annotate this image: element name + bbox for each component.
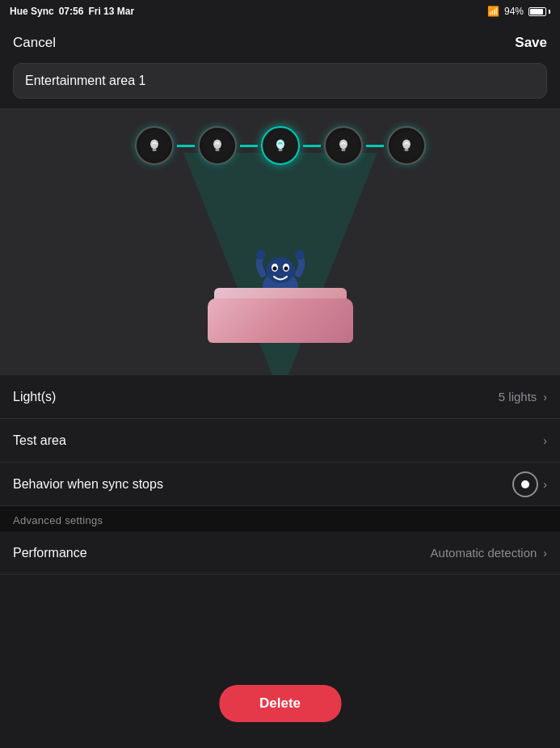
chevron-right-icon-test: › xyxy=(543,434,547,447)
performance-label: Performance xyxy=(13,546,87,560)
svg-point-16 xyxy=(272,267,276,271)
delete-section: Delete xyxy=(219,685,341,722)
light-connector-1 xyxy=(177,145,195,147)
entertainment-area-viz xyxy=(0,108,560,375)
advanced-settings-header: Advanced settings xyxy=(0,506,560,531)
chevron-right-icon-perf: › xyxy=(543,547,547,560)
behavior-toggle-circle[interactable] xyxy=(512,471,538,497)
area-name-input[interactable] xyxy=(13,63,547,99)
battery-percent: 94% xyxy=(504,6,524,17)
svg-point-12 xyxy=(256,250,266,260)
svg-point-2 xyxy=(213,140,221,150)
toggle-dot xyxy=(521,480,529,488)
light-icon-1[interactable] xyxy=(135,126,174,165)
svg-point-17 xyxy=(284,267,288,271)
date-label: Fri 13 Mar xyxy=(88,6,134,17)
light-connector-3 xyxy=(303,145,321,147)
svg-point-4 xyxy=(276,140,284,150)
performance-row[interactable]: Performance Automatic detection › xyxy=(0,531,560,575)
performance-value-group: Automatic detection › xyxy=(431,546,547,560)
hue-sync-label: Hue Sync xyxy=(10,6,54,17)
lights-row xyxy=(135,126,426,165)
svg-point-8 xyxy=(402,140,411,150)
input-section xyxy=(0,63,560,108)
performance-value: Automatic detection xyxy=(431,546,537,560)
battery-icon xyxy=(528,7,550,16)
status-left: Hue Sync 07:56 Fri 13 Mar xyxy=(10,6,134,17)
status-right: 📶 94% xyxy=(487,6,550,17)
chevron-right-icon: › xyxy=(543,391,547,404)
delete-button[interactable]: Delete xyxy=(219,685,341,722)
save-button[interactable]: Save xyxy=(515,35,547,51)
lights-label: Light(s) xyxy=(13,390,56,404)
light-icon-4[interactable] xyxy=(324,126,363,165)
light-icon-5[interactable] xyxy=(387,126,426,165)
nav-bar: Cancel Save xyxy=(0,23,560,63)
behavior-value-group: › xyxy=(512,471,547,497)
svg-point-13 xyxy=(295,250,305,260)
sofa-base xyxy=(208,298,353,343)
test-area-row[interactable]: Test area › xyxy=(0,419,560,463)
svg-point-0 xyxy=(150,140,158,150)
behavior-label: Behavior when sync stops xyxy=(13,477,163,492)
time-label: 07:56 xyxy=(59,6,84,17)
test-area-chevron-group: › xyxy=(543,434,547,447)
svg-rect-5 xyxy=(278,149,282,150)
chevron-right-icon-behavior: › xyxy=(543,478,547,491)
light-connector-2 xyxy=(240,145,258,147)
lights-count: 5 lights xyxy=(499,390,537,404)
lights-value-group: 5 lights › xyxy=(499,390,547,404)
lights-settings-row[interactable]: Light(s) 5 lights › xyxy=(0,375,560,419)
sofa-area xyxy=(208,282,353,343)
wifi-icon: 📶 xyxy=(487,6,499,17)
light-connector-4 xyxy=(366,145,384,147)
test-area-label: Test area xyxy=(13,433,66,448)
svg-rect-3 xyxy=(215,149,219,150)
light-icon-3[interactable] xyxy=(261,126,300,165)
settings-section: Light(s) 5 lights › Test area › Behavior… xyxy=(0,375,560,575)
svg-point-6 xyxy=(339,140,347,150)
svg-rect-7 xyxy=(341,149,345,150)
cancel-button[interactable]: Cancel xyxy=(13,35,56,51)
behavior-row[interactable]: Behavior when sync stops › xyxy=(0,463,560,506)
light-icon-2[interactable] xyxy=(198,126,237,165)
svg-rect-9 xyxy=(404,149,408,150)
svg-rect-1 xyxy=(152,149,156,150)
status-bar: Hue Sync 07:56 Fri 13 Mar 📶 94% xyxy=(0,0,560,23)
